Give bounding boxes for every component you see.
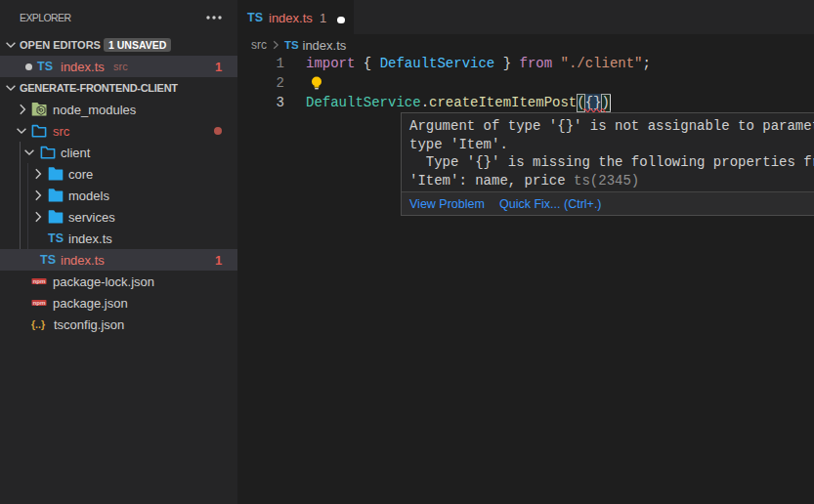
svg-text:npm: npm xyxy=(33,277,46,284)
svg-text:npm: npm xyxy=(33,299,46,306)
